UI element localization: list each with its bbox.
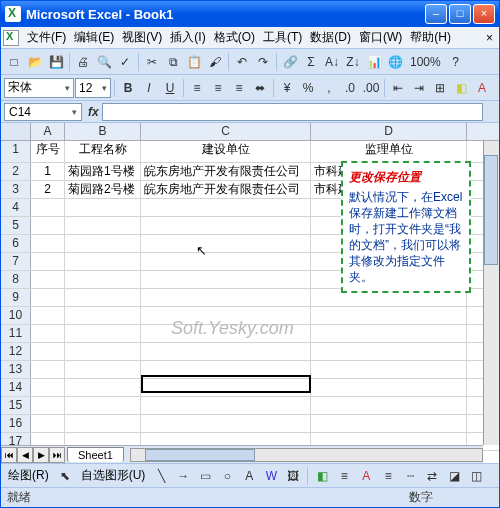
cell[interactable] [141, 361, 311, 378]
copy-icon[interactable]: ⧉ [163, 52, 183, 72]
cell[interactable] [141, 307, 311, 324]
tab-nav-last-icon[interactable]: ⏭ [49, 447, 65, 463]
font-size-combo[interactable]: 12 ▾ [75, 78, 111, 98]
cell[interactable] [65, 379, 141, 396]
sort-asc-icon[interactable]: A↓ [322, 52, 342, 72]
help-icon[interactable]: ? [446, 52, 466, 72]
cell[interactable] [141, 199, 311, 216]
undo-icon[interactable]: ↶ [232, 52, 252, 72]
print-icon[interactable]: 🖨 [73, 52, 93, 72]
dec-indent-icon[interactable]: ⇤ [388, 78, 408, 98]
cell[interactable] [311, 325, 467, 342]
row-header[interactable]: 3 [1, 181, 31, 198]
vertical-scrollbar[interactable] [483, 141, 499, 445]
cell[interactable] [31, 289, 65, 306]
menu-format[interactable]: 格式(O) [210, 27, 259, 48]
row-header[interactable]: 13 [1, 361, 31, 378]
vscroll-thumb[interactable] [484, 155, 498, 265]
new-icon[interactable]: □ [4, 52, 24, 72]
font-color2-icon[interactable]: A [356, 466, 376, 486]
italic-button[interactable]: I [139, 78, 159, 98]
col-header-b[interactable]: B [65, 123, 141, 140]
fx-icon[interactable]: fx [85, 105, 102, 119]
cell[interactable] [141, 271, 311, 288]
redo-icon[interactable]: ↷ [253, 52, 273, 72]
cell[interactable] [31, 397, 65, 414]
close-button[interactable]: × [473, 4, 495, 24]
cell[interactable] [311, 343, 467, 360]
row-header[interactable]: 16 [1, 415, 31, 432]
comma-icon[interactable]: , [319, 78, 339, 98]
cell[interactable] [31, 343, 65, 360]
hyperlink-icon[interactable]: 🔗 [280, 52, 300, 72]
cell[interactable] [65, 199, 141, 216]
cell[interactable]: 菊园路1号楼 [65, 163, 141, 180]
cell[interactable] [141, 379, 311, 396]
cell[interactable] [65, 235, 141, 252]
select-arrow-icon[interactable]: ⬉ [55, 466, 75, 486]
cell[interactable] [65, 289, 141, 306]
cell[interactable] [311, 397, 467, 414]
cell[interactable] [65, 307, 141, 324]
arrow-style-icon[interactable]: ⇄ [422, 466, 442, 486]
cell[interactable] [31, 199, 65, 216]
paste-icon[interactable]: 📋 [184, 52, 204, 72]
menu-view[interactable]: 视图(V) [118, 27, 166, 48]
cell[interactable] [31, 271, 65, 288]
menu-help[interactable]: 帮助(H) [406, 27, 455, 48]
cut-icon[interactable]: ✂ [142, 52, 162, 72]
close-doc-button[interactable]: × [482, 29, 497, 47]
cell[interactable] [31, 379, 65, 396]
hscroll-thumb[interactable] [145, 449, 255, 461]
cell[interactable] [311, 307, 467, 324]
shadow-icon[interactable]: ◪ [444, 466, 464, 486]
cell[interactable] [65, 397, 141, 414]
threed-icon[interactable]: ◫ [466, 466, 486, 486]
cell[interactable] [141, 415, 311, 432]
cell[interactable] [141, 217, 311, 234]
wordart-icon[interactable]: W [261, 466, 281, 486]
font-name-combo[interactable]: 宋体 ▾ [4, 78, 74, 98]
worksheet-grid[interactable]: A B C D 1序号工程名称建设单位监理单位21菊园路1号楼皖东房地产开发有限… [1, 123, 499, 463]
oval-icon[interactable]: ○ [217, 466, 237, 486]
cell[interactable] [311, 361, 467, 378]
chart-icon[interactable]: 📊 [364, 52, 384, 72]
menu-insert[interactable]: 插入(I) [166, 27, 209, 48]
cell[interactable] [65, 325, 141, 342]
cell[interactable] [141, 343, 311, 360]
row-header[interactable]: 6 [1, 235, 31, 252]
clipart-icon[interactable]: 🖼 [283, 466, 303, 486]
select-all-corner[interactable] [1, 123, 31, 140]
arrow-icon[interactable]: → [173, 466, 193, 486]
font-color-icon[interactable]: A [472, 78, 492, 98]
rectangle-icon[interactable]: ▭ [195, 466, 215, 486]
menu-tools[interactable]: 工具(T) [259, 27, 306, 48]
cell[interactable] [141, 253, 311, 270]
underline-button[interactable]: U [160, 78, 180, 98]
zoom-combo[interactable]: 100% [406, 52, 445, 72]
tab-nav-prev-icon[interactable]: ◀ [17, 447, 33, 463]
percent-icon[interactable]: % [298, 78, 318, 98]
cell[interactable] [31, 217, 65, 234]
inc-decimal-icon[interactable]: .0 [340, 78, 360, 98]
maximize-button[interactable]: □ [449, 4, 471, 24]
dash-style-icon[interactable]: ┄ [400, 466, 420, 486]
fill-color2-icon[interactable]: ◧ [312, 466, 332, 486]
menu-edit[interactable]: 编辑(E) [70, 27, 118, 48]
borders-icon[interactable]: ⊞ [430, 78, 450, 98]
header-cell-A[interactable]: 序号 [31, 141, 65, 162]
cell[interactable] [31, 253, 65, 270]
cell[interactable]: 1 [31, 163, 65, 180]
cell[interactable] [31, 235, 65, 252]
cell[interactable]: 皖东房地产开发有限责任公司 [141, 163, 311, 180]
bold-button[interactable]: B [118, 78, 138, 98]
menu-data[interactable]: 数据(D) [306, 27, 355, 48]
fill-color-icon[interactable]: ◧ [451, 78, 471, 98]
cell[interactable]: 菊园路2号楼 [65, 181, 141, 198]
horizontal-scrollbar[interactable] [130, 448, 483, 462]
currency-icon[interactable]: ¥ [277, 78, 297, 98]
row-header[interactable]: 10 [1, 307, 31, 324]
cell[interactable] [311, 415, 467, 432]
cell[interactable] [31, 361, 65, 378]
menu-file[interactable]: 文件(F) [23, 27, 70, 48]
